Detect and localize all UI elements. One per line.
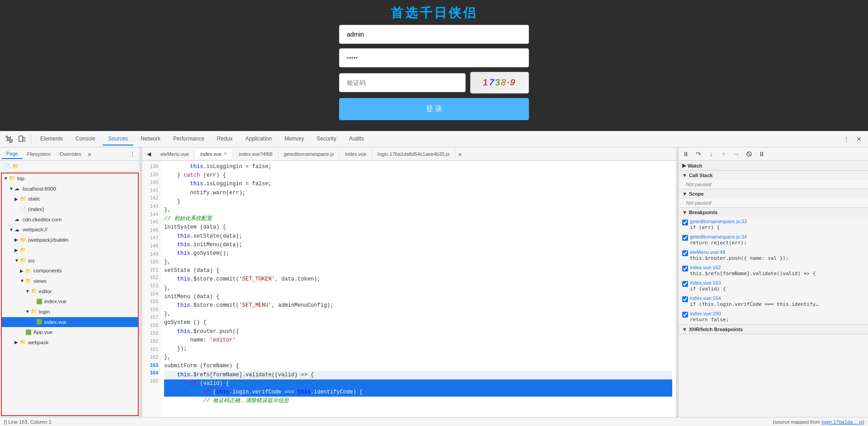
pause-on-exception-btn[interactable]: ⏸ (756, 149, 767, 159)
device-toggle-btn[interactable] (16, 134, 27, 145)
code-lines[interactable]: this.isLoggingin = false; } catch (err) … (160, 161, 676, 417)
sources-tab-more[interactable]: » (88, 150, 91, 158)
tree-item-webpack-folder[interactable]: ▶ 📁 webpack (2, 337, 138, 348)
breakpoint-checkbox[interactable] (682, 250, 688, 256)
step-into-btn[interactable]: ↓ (706, 149, 717, 159)
tab-elements[interactable]: Elements (35, 133, 68, 145)
breakpoint-file[interactable]: index.vue:162 (690, 265, 816, 270)
tree-item-editor[interactable]: ▼ 📁 editor (2, 286, 138, 297)
breakpoint-file[interactable]: geteditornamespace.js:34 (690, 234, 747, 239)
code-tab-index2[interactable]: index.vue (340, 150, 372, 159)
code-content: 1381391401411421431441451461471481491501… (142, 161, 676, 417)
tree-item-index[interactable]: 📄 (index) (2, 204, 138, 215)
status-position: {} Line 163, Column 1 (4, 419, 52, 425)
code-tab-index[interactable]: index.vue ✕ (195, 149, 233, 159)
code-area: ◀ eleMenu.vue index.vue ✕ index.vue?4f68… (142, 147, 676, 417)
new-folder-btn[interactable]: 📁 (11, 162, 20, 171)
password-input[interactable] (339, 48, 529, 67)
tree-item-src[interactable]: ▼ 📁 src (2, 256, 138, 266)
breakpoint-checkbox[interactable] (682, 312, 688, 318)
tree-item-top[interactable]: ▼ 📁 top (2, 173, 138, 184)
tree-item-app[interactable]: 🟩 App.vue (2, 327, 138, 337)
tab-redux[interactable]: Redux (212, 133, 238, 145)
tree-item-static[interactable]: ▶ 📁 static (2, 194, 138, 204)
source-map-link[interactable]: login.17ba1da….js (821, 419, 863, 425)
tree-item-login-index[interactable]: 🟩 index.vue (2, 317, 138, 328)
tree-item-editor-index[interactable]: 🟩 index.vue (2, 296, 138, 307)
breakpoint-file[interactable]: eleMenu.vue:48 (690, 249, 789, 255)
sources-tab-filesystem[interactable]: Filesystem (23, 150, 56, 159)
close-devtools-btn[interactable]: ✕ (854, 134, 864, 145)
right-panel: ⏸ ↷ ↓ ↑ → ⏸ ▶ Watch ▼ (678, 147, 868, 417)
tab-console[interactable]: Console (70, 133, 101, 145)
tree-item-login[interactable]: ▼ 📁 login (2, 307, 138, 317)
breakpoint-checkbox[interactable] (682, 266, 688, 272)
tree-item-views[interactable]: ▼ 📁 views (2, 276, 138, 286)
code-tab-index4f68[interactable]: index.vue?4f68 (233, 150, 278, 159)
code-tab-elemenu[interactable]: eleMenu.vue (155, 150, 195, 159)
devtools-toolbar: Elements Console Sources Network Perform… (0, 131, 868, 147)
icon-index: 📄 (20, 205, 27, 214)
step-out-btn[interactable]: ↑ (718, 149, 729, 159)
tree-item-webpack[interactable]: ▼ ☁ webpack:// (2, 225, 138, 235)
breakpoints-list: geteditornamespace.js:33 if (err) { gete… (679, 217, 868, 324)
tree-item-components[interactable]: ▶ 📁 components (2, 266, 138, 276)
captcha-image[interactable]: 1738·9 (470, 72, 529, 94)
breakpoints-section-header[interactable]: ▼ Breakpoints (679, 208, 868, 217)
callstack-section-header[interactable]: ▼ Call Stack (679, 171, 868, 180)
breakpoint-checkbox[interactable] (682, 235, 688, 241)
login-button[interactable]: 登 录 (339, 98, 529, 120)
new-file-btn[interactable]: 📄 (2, 162, 11, 171)
tree-item-localhost[interactable]: ▼ ☁ localhost:8000 (2, 184, 138, 194)
watch-arrow: ▶ (682, 163, 686, 169)
pause-btn[interactable]: ⏸ (680, 149, 691, 159)
arrow-dot: ▶ (14, 246, 20, 254)
tab-memory[interactable]: Memory (279, 133, 309, 145)
tree-item-cdn[interactable]: ☁ cdn.ckeditor.com (2, 215, 138, 225)
username-input[interactable] (339, 25, 529, 44)
code-tab-geteditor[interactable]: geteditornamespace.js (278, 150, 340, 159)
step-over-btn[interactable]: ↷ (693, 149, 704, 159)
captcha-input[interactable] (339, 73, 466, 92)
tree-item-webpack-buildin[interactable]: ▶ 📁 (webpack)/buildin (2, 235, 138, 245)
code-tab-index-close[interactable]: ✕ (223, 151, 227, 157)
icon-dot: 📁 (20, 246, 27, 255)
code-tab-login[interactable]: login.17ba1da8d54c1aee4b35.js (373, 150, 456, 159)
xhr-breakpoints-header[interactable]: ▼ XHR/fetch Breakpoints (679, 325, 868, 334)
deactivate-breakpoints-btn[interactable] (744, 149, 755, 159)
breakpoint-checkbox[interactable] (682, 220, 688, 225)
status-bar: {} Line 163, Column 1 (source mapped fro… (0, 417, 868, 426)
breakpoint-file[interactable]: index.vue:163 (690, 280, 726, 286)
tab-security[interactable]: Security (311, 133, 342, 145)
right-toolbar: ⏸ ↷ ↓ ↑ → ⏸ (679, 147, 868, 161)
watch-section-header[interactable]: ▶ Watch (679, 161, 868, 170)
inspect-element-btn[interactable] (4, 134, 14, 145)
icon-buildin: 📁 (20, 236, 27, 245)
arrow-webpack-folder: ▶ (14, 338, 20, 346)
scope-section-header[interactable]: ▼ Scope (679, 189, 868, 198)
icon-login: 📁 (31, 307, 38, 316)
step-btn[interactable]: → (731, 149, 742, 159)
tab-performance[interactable]: Performance (168, 133, 210, 145)
callstack-arrow: ▼ (682, 173, 687, 178)
tree-item-dot[interactable]: ▶ 📁 . (2, 245, 138, 256)
breakpoint-checkbox[interactable] (682, 281, 688, 287)
icon-top: 📁 (9, 174, 16, 183)
icon-app: 🟩 (25, 328, 33, 337)
sources-tab-overrides[interactable]: Overrides (55, 150, 86, 159)
icon-views: 📁 (25, 276, 33, 286)
breakpoint-checkbox[interactable] (682, 296, 688, 302)
back-btn[interactable]: ◀ (142, 148, 155, 160)
sources-sidebar-menu-btn[interactable]: ⋮ (127, 149, 138, 159)
tab-network[interactable]: Network (135, 133, 166, 145)
tab-application[interactable]: Application (240, 133, 278, 145)
breakpoint-file[interactable]: index.vue:164 (690, 295, 819, 301)
breakpoint-file[interactable]: index.vue:180 (690, 311, 729, 316)
breakpoint-file[interactable]: geteditornamespace.js:33 (690, 219, 747, 224)
tab-audits[interactable]: Audits (344, 133, 369, 145)
icon-localhost: ☁ (14, 184, 22, 193)
settings-btn[interactable]: ⋮ (841, 134, 852, 145)
sources-tab-page[interactable]: Page (2, 149, 23, 159)
tab-sources[interactable]: Sources (103, 133, 133, 145)
code-tabs-more[interactable]: » (456, 150, 465, 158)
